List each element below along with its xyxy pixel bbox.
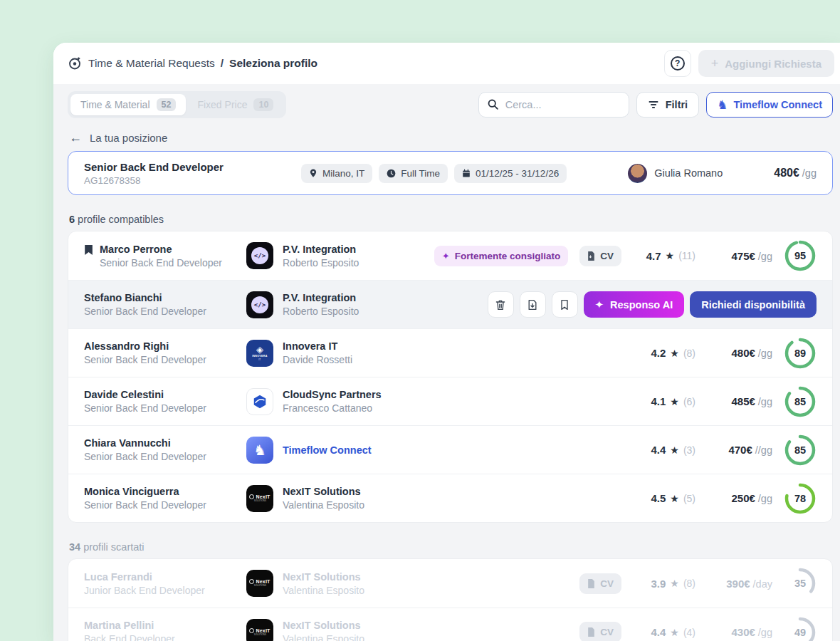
recommended-label: Fortemente consigliato (455, 251, 561, 261)
profile-row-selected[interactable]: Stefano Bianchi Senior Back End Develope… (68, 280, 832, 328)
dates-tag-label: 01/12/25 - 31/12/26 (476, 168, 559, 179)
top-bar: Time & Material Requests / Seleziona pro… (53, 43, 840, 84)
breadcrumb-separator: / (221, 57, 224, 70)
delete-button[interactable] (488, 291, 514, 318)
company-contact: Valentina Esposito (283, 585, 364, 596)
compatible-list: Marco Perrone Senior Back End Developer … (68, 231, 833, 523)
ai-response-button[interactable]: ✦ Responso AI (584, 291, 685, 318)
hexagon-icon (252, 394, 268, 410)
company-logo-nexit: NexIT SOLUTIONS (246, 570, 273, 597)
profile-row[interactable]: Alessandro Righi Senior Back End Develop… (68, 328, 832, 377)
back-row: ← La tua posizione (69, 131, 833, 144)
company-name: Innovera IT (283, 340, 352, 352)
timeflow-connect-link[interactable]: Timeflow Connect (283, 444, 372, 456)
plus-icon: + (711, 57, 719, 70)
daily-rate: 470€ //gg (707, 444, 772, 456)
profile-row[interactable]: Marco Perrone Senior Back End Developer … (68, 231, 832, 280)
bookmark-filled-icon[interactable] (84, 244, 93, 256)
profile-name: Alessandro Righi (84, 340, 206, 352)
profile-role: Back End Developer (84, 633, 175, 641)
profile-role: Senior Back End Developer (84, 451, 206, 462)
profile-row[interactable]: Monica Vinciguerra Senior Back End Devel… (68, 474, 832, 522)
request-availability-label: Richiedi disponibilità (701, 299, 805, 311)
worktime-tag-label: Full Time (401, 168, 440, 179)
position-title: Senior Back End Developer (84, 161, 301, 173)
compatible-heading: 6profile compatibles (69, 214, 833, 225)
star-icon: ★ (666, 250, 675, 261)
location-tag: Milano, IT (301, 164, 372, 183)
discarded-profile-row[interactable]: Martina Pellini Back End Developer NexIT… (68, 608, 832, 641)
cv-badge[interactable]: CV (579, 246, 621, 266)
profile-row[interactable]: Davide Celestini Senior Back End Develop… (68, 377, 832, 425)
avatar (628, 164, 647, 183)
power-icon (249, 579, 254, 584)
timeflow-connect-label: Timeflow Connect (733, 99, 822, 110)
search-input[interactable] (478, 92, 629, 118)
document-icon (587, 627, 595, 637)
profile-name: Marco Perrone (100, 244, 222, 255)
rating: 4.4 ★ (4) (633, 626, 695, 638)
sparkle-icon: ✦ (595, 298, 604, 311)
review-count: (5) (683, 493, 695, 504)
bookmark-button[interactable] (552, 291, 578, 318)
filters-button[interactable]: Filtri (636, 92, 699, 118)
daily-rate: 250€ /gg (707, 492, 772, 504)
add-request-button[interactable]: + Aggiungi Richiesta (698, 50, 834, 77)
profile-name: Luca Ferrandi (84, 571, 205, 583)
company-name: P.V. Integration (283, 292, 359, 303)
company-logo-innovera: ◈ INNOVERA IT (246, 340, 273, 367)
worktime-tag: Full Time (379, 164, 448, 183)
company-name: NexIT Solutions (283, 620, 364, 631)
breadcrumb-root[interactable]: Time & Material Requests (88, 57, 215, 70)
profile-name: Martina Pellini (84, 620, 175, 631)
profile-row[interactable]: Chiara Vannucchi Senior Back End Develop… (68, 425, 832, 474)
tab-group: Time & Material 52 Fixed Price 10 (68, 91, 286, 118)
profile-role: Senior Back End Developer (84, 306, 206, 317)
profile-name: Monica Vinciguerra (84, 486, 206, 497)
add-request-label: Aggiungi Richiesta (725, 58, 821, 70)
tab-fixed-price[interactable]: Fixed Price 10 (187, 94, 283, 115)
daily-rate: 480€ /gg (707, 347, 772, 359)
company-logo-pv-integration: </> (246, 242, 273, 269)
company-name: NexIT Solutions (283, 486, 364, 497)
daily-rate: 390€ /day (707, 578, 772, 590)
star-icon: ★ (670, 396, 679, 407)
back-arrow-icon[interactable]: ← (69, 131, 82, 144)
match-score-ring: 78 (784, 482, 817, 515)
daily-rate: 485€ /gg (707, 395, 772, 407)
cv-label: CV (600, 627, 614, 637)
content-area: Time & Material 52 Fixed Price 10 (53, 84, 840, 641)
review-count: (3) (683, 444, 695, 456)
daily-rate: 475€ /gg (707, 250, 772, 262)
sparkle-icon: ✦ (442, 251, 450, 261)
request-availability-button[interactable]: Richiedi disponibilità (690, 291, 817, 318)
toolbar: Time & Material 52 Fixed Price 10 (68, 91, 833, 118)
knight-icon: ♞ (253, 442, 266, 459)
tab-label: Time & Material (80, 99, 150, 110)
tab-time-material[interactable]: Time & Material 52 (70, 94, 186, 115)
export-cv-button[interactable] (520, 291, 546, 318)
topbar-actions: ? + Aggiungi Richiesta (664, 50, 834, 77)
match-score-ring: 95 (784, 239, 817, 272)
cv-badge[interactable]: CV (579, 622, 621, 641)
main-panel: Time & Material Requests / Seleziona pro… (53, 43, 840, 641)
star-icon: ★ (670, 578, 679, 589)
profile-role: Junior Back End Developer (84, 585, 205, 596)
timeflow-connect-button[interactable]: ♞ Timeflow Connect (706, 92, 833, 118)
company-contact: Roberto Esposito (283, 306, 359, 317)
match-score-ring: 85 (784, 434, 817, 467)
discarded-heading: 34profili scartati (69, 541, 833, 553)
discarded-list: Luca Ferrandi Junior Back End Developer … (68, 558, 833, 641)
location-tag-label: Milano, IT (322, 168, 364, 179)
position-card[interactable]: Senior Back End Developer AG12678358 Mil… (68, 151, 833, 195)
back-label: La tua posizione (90, 132, 167, 144)
search-icon (487, 98, 499, 110)
diamond-icon: ◈ (256, 345, 263, 354)
help-button[interactable]: ? (664, 50, 691, 77)
code-icon: </> (254, 252, 266, 259)
review-count: (8) (683, 578, 695, 589)
cv-label: CV (600, 578, 614, 589)
cv-badge[interactable]: CV (579, 573, 621, 594)
search-box (478, 92, 629, 118)
discarded-profile-row[interactable]: Luca Ferrandi Junior Back End Developer … (68, 559, 832, 608)
